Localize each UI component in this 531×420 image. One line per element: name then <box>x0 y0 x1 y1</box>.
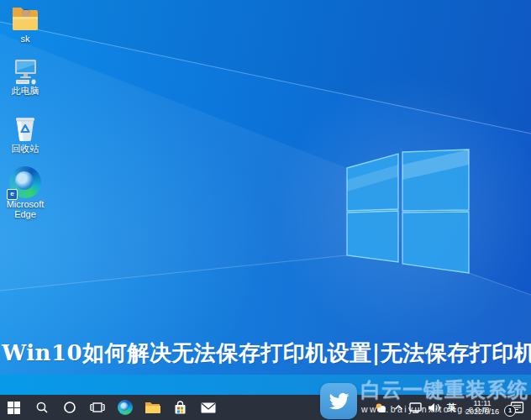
file-explorer-button[interactable] <box>139 395 166 420</box>
twitter-bird-icon <box>328 391 350 412</box>
desktop-icon-sk[interactable]: sk <box>0 4 52 44</box>
desktop-icon-label: sk <box>0 34 52 44</box>
weather-icon[interactable] <box>375 402 388 413</box>
notification-badge: 1 <box>504 405 516 417</box>
headline-text: Win10如何解决无法保存打印机设置|无法保存打印机设置 <box>2 335 531 370</box>
edge-icon: e <box>9 166 41 198</box>
twitter-icon <box>320 383 357 419</box>
file-explorer-icon <box>145 401 160 414</box>
network-display-icon[interactable] <box>409 402 422 413</box>
tray-date: 2022/6/16 <box>463 407 502 416</box>
search-icon <box>35 401 49 414</box>
search-button[interactable] <box>28 395 55 420</box>
desktop-icon-label: 回收站 <box>0 144 52 154</box>
user-folder-icon <box>10 4 40 33</box>
store-button[interactable] <box>166 395 194 420</box>
mail-button[interactable] <box>194 395 222 420</box>
edge-icon <box>118 400 133 415</box>
this-pc-icon <box>10 58 40 85</box>
windows-desktop: sk 此电脑 回收站 e Microsoft Edge Win <box>0 0 531 420</box>
start-button[interactable] <box>0 395 28 420</box>
windows-start-icon <box>8 402 20 414</box>
hidden-icons-caret[interactable] <box>394 404 403 411</box>
desktop-icon-microsoft-edge[interactable]: e Microsoft Edge <box>0 166 52 219</box>
tray-time: 11:11 <box>463 399 502 407</box>
notification-center-button[interactable]: 1 <box>507 398 526 417</box>
task-view-icon <box>90 402 105 413</box>
store-icon <box>173 401 187 415</box>
taskbar-buttons <box>0 395 222 420</box>
desktop-icon-label: Microsoft Edge <box>0 199 51 219</box>
recycle-bin-icon <box>11 114 39 143</box>
taskbar-clock[interactable]: 11:11 2022/6/16 <box>463 399 502 416</box>
desktop-icon-this-pc[interactable]: 此电脑 <box>0 58 52 96</box>
system-tray: 英 11:11 2022/6/16 1 <box>375 395 529 420</box>
ime-indicator[interactable]: 英 <box>446 402 457 414</box>
wallpaper-floor-strip <box>0 375 531 395</box>
taskbar: 英 11:11 2022/6/16 1 <box>0 395 531 420</box>
cortana-button[interactable] <box>55 395 83 420</box>
edge-shortcut-badge-icon: e <box>7 189 18 200</box>
mail-icon <box>201 402 216 413</box>
task-view-button[interactable] <box>83 395 111 420</box>
edge-taskbar-button[interactable] <box>111 395 139 420</box>
desktop-icon-recycle-bin[interactable]: 回收站 <box>0 114 52 154</box>
desktop-icon-label: 此电脑 <box>0 86 52 96</box>
cortana-icon <box>63 401 76 414</box>
volume-icon[interactable] <box>428 402 440 413</box>
